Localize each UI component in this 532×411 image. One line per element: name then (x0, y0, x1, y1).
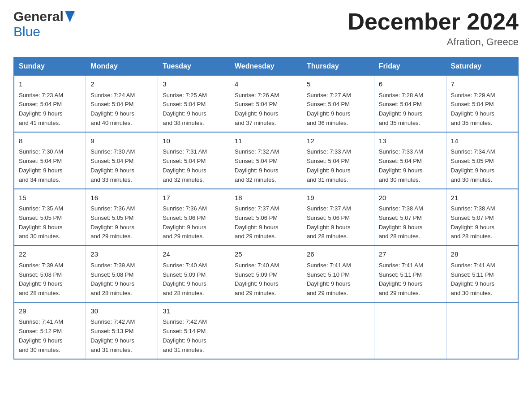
day-number: 30 (90, 306, 153, 317)
day-info: Sunrise: 7:40 AM Sunset: 5:09 PM Dayligh… (235, 262, 279, 296)
day-number: 23 (90, 249, 153, 260)
day-info: Sunrise: 7:34 AM Sunset: 5:05 PM Dayligh… (451, 148, 495, 183)
col-tuesday: Tuesday (158, 57, 230, 75)
col-wednesday: Wednesday (230, 57, 302, 75)
table-row: 29 Sunrise: 7:41 AM Sunset: 5:12 PM Dayl… (14, 302, 86, 359)
day-number: 2 (90, 79, 153, 90)
day-number: 13 (379, 136, 442, 146)
month-title: December 2024 (348, 9, 519, 34)
table-row: 7 Sunrise: 7:29 AM Sunset: 5:04 PM Dayli… (446, 75, 518, 132)
day-info: Sunrise: 7:39 AM Sunset: 5:08 PM Dayligh… (90, 262, 135, 296)
day-info: Sunrise: 7:42 AM Sunset: 5:13 PM Dayligh… (90, 318, 135, 353)
day-number: 15 (19, 193, 81, 203)
day-info: Sunrise: 7:24 AM Sunset: 5:04 PM Dayligh… (90, 92, 135, 126)
day-info: Sunrise: 7:38 AM Sunset: 5:07 PM Dayligh… (379, 205, 423, 240)
day-number: 18 (235, 193, 297, 203)
table-row: 8 Sunrise: 7:30 AM Sunset: 5:04 PM Dayli… (14, 132, 86, 189)
day-number: 4 (235, 79, 297, 90)
day-number: 26 (307, 249, 369, 260)
day-info: Sunrise: 7:33 AM Sunset: 5:04 PM Dayligh… (379, 148, 423, 183)
day-info: Sunrise: 7:42 AM Sunset: 5:14 PM Dayligh… (163, 318, 207, 353)
logo-triangle-icon (65, 11, 75, 22)
day-number: 28 (451, 249, 513, 260)
day-number: 10 (163, 136, 225, 146)
day-info: Sunrise: 7:41 AM Sunset: 5:11 PM Dayligh… (379, 262, 423, 296)
day-info: Sunrise: 7:33 AM Sunset: 5:04 PM Dayligh… (307, 148, 351, 183)
table-row: 1 Sunrise: 7:23 AM Sunset: 5:04 PM Dayli… (14, 75, 86, 132)
col-sunday: Sunday (14, 57, 86, 75)
day-info: Sunrise: 7:32 AM Sunset: 5:04 PM Dayligh… (235, 148, 279, 183)
logo: General Blue (13, 9, 76, 39)
calendar-week-row: 1 Sunrise: 7:23 AM Sunset: 5:04 PM Dayli… (14, 75, 518, 132)
table-row: 22 Sunrise: 7:39 AM Sunset: 5:08 PM Dayl… (14, 245, 86, 302)
table-row: 13 Sunrise: 7:33 AM Sunset: 5:04 PM Dayl… (374, 132, 446, 189)
col-thursday: Thursday (302, 57, 374, 75)
day-number: 3 (163, 79, 225, 90)
table-row: 28 Sunrise: 7:41 AM Sunset: 5:11 PM Dayl… (446, 245, 518, 302)
table-row: 30 Sunrise: 7:42 AM Sunset: 5:13 PM Dayl… (86, 302, 158, 359)
calendar-week-row: 29 Sunrise: 7:41 AM Sunset: 5:12 PM Dayl… (14, 302, 518, 359)
logo-blue: Blue (13, 24, 40, 39)
day-number: 6 (379, 79, 442, 90)
table-row: 10 Sunrise: 7:31 AM Sunset: 5:04 PM Dayl… (158, 132, 230, 189)
day-number: 19 (307, 193, 369, 203)
day-number: 25 (235, 249, 297, 260)
table-row: 23 Sunrise: 7:39 AM Sunset: 5:08 PM Dayl… (86, 245, 158, 302)
day-info: Sunrise: 7:37 AM Sunset: 5:06 PM Dayligh… (235, 205, 279, 240)
day-info: Sunrise: 7:30 AM Sunset: 5:04 PM Dayligh… (90, 148, 135, 183)
table-row: 6 Sunrise: 7:28 AM Sunset: 5:04 PM Dayli… (374, 75, 446, 132)
table-row: 25 Sunrise: 7:40 AM Sunset: 5:09 PM Dayl… (230, 245, 302, 302)
day-info: Sunrise: 7:39 AM Sunset: 5:08 PM Dayligh… (19, 262, 63, 296)
table-row: 5 Sunrise: 7:27 AM Sunset: 5:04 PM Dayli… (302, 75, 374, 132)
day-number: 22 (19, 249, 81, 260)
calendar-week-row: 8 Sunrise: 7:30 AM Sunset: 5:04 PM Dayli… (14, 132, 518, 189)
location: Afration, Greece (348, 36, 519, 48)
table-row: 20 Sunrise: 7:38 AM Sunset: 5:07 PM Dayl… (374, 189, 446, 246)
day-number: 9 (90, 136, 153, 146)
day-number: 24 (163, 249, 225, 260)
title-section: December 2024 Afration, Greece (348, 9, 519, 48)
day-info: Sunrise: 7:25 AM Sunset: 5:04 PM Dayligh… (163, 92, 207, 126)
table-row: 15 Sunrise: 7:35 AM Sunset: 5:05 PM Dayl… (14, 189, 86, 246)
day-info: Sunrise: 7:41 AM Sunset: 5:12 PM Dayligh… (19, 318, 63, 353)
table-row: 9 Sunrise: 7:30 AM Sunset: 5:04 PM Dayli… (86, 132, 158, 189)
day-info: Sunrise: 7:28 AM Sunset: 5:04 PM Dayligh… (379, 92, 423, 126)
day-number: 8 (19, 136, 81, 146)
day-number: 27 (379, 249, 442, 260)
table-row: 24 Sunrise: 7:40 AM Sunset: 5:09 PM Dayl… (158, 245, 230, 302)
day-number: 29 (19, 306, 81, 317)
day-info: Sunrise: 7:31 AM Sunset: 5:04 PM Dayligh… (163, 148, 207, 183)
col-saturday: Saturday (446, 57, 518, 75)
day-number: 5 (307, 79, 369, 90)
table-row: 3 Sunrise: 7:25 AM Sunset: 5:04 PM Dayli… (158, 75, 230, 132)
day-number: 12 (307, 136, 369, 146)
table-row: 16 Sunrise: 7:36 AM Sunset: 5:05 PM Dayl… (86, 189, 158, 246)
day-number: 7 (451, 79, 513, 90)
day-info: Sunrise: 7:36 AM Sunset: 5:06 PM Dayligh… (163, 205, 207, 240)
day-info: Sunrise: 7:27 AM Sunset: 5:04 PM Dayligh… (307, 92, 351, 126)
table-row: 31 Sunrise: 7:42 AM Sunset: 5:14 PM Dayl… (158, 302, 230, 359)
table-row: 14 Sunrise: 7:34 AM Sunset: 5:05 PM Dayl… (446, 132, 518, 189)
table-row (230, 302, 302, 359)
day-info: Sunrise: 7:29 AM Sunset: 5:04 PM Dayligh… (451, 92, 495, 126)
day-number: 31 (163, 306, 225, 317)
table-row (446, 302, 518, 359)
col-friday: Friday (374, 57, 446, 75)
day-number: 11 (235, 136, 297, 146)
day-info: Sunrise: 7:35 AM Sunset: 5:05 PM Dayligh… (19, 205, 63, 240)
day-number: 20 (379, 193, 442, 203)
day-info: Sunrise: 7:41 AM Sunset: 5:11 PM Dayligh… (451, 262, 495, 296)
day-number: 21 (451, 193, 513, 203)
calendar-week-row: 22 Sunrise: 7:39 AM Sunset: 5:08 PM Dayl… (14, 245, 518, 302)
day-info: Sunrise: 7:40 AM Sunset: 5:09 PM Dayligh… (163, 262, 207, 296)
table-row (374, 302, 446, 359)
table-row: 17 Sunrise: 7:36 AM Sunset: 5:06 PM Dayl… (158, 189, 230, 246)
calendar-header-row: Sunday Monday Tuesday Wednesday Thursday… (14, 57, 518, 75)
day-info: Sunrise: 7:26 AM Sunset: 5:04 PM Dayligh… (235, 92, 279, 126)
table-row: 4 Sunrise: 7:26 AM Sunset: 5:04 PM Dayli… (230, 75, 302, 132)
logo-general: General (13, 9, 64, 24)
table-row: 11 Sunrise: 7:32 AM Sunset: 5:04 PM Dayl… (230, 132, 302, 189)
table-row: 2 Sunrise: 7:24 AM Sunset: 5:04 PM Dayli… (86, 75, 158, 132)
day-info: Sunrise: 7:37 AM Sunset: 5:06 PM Dayligh… (307, 205, 351, 240)
day-info: Sunrise: 7:38 AM Sunset: 5:07 PM Dayligh… (451, 205, 495, 240)
